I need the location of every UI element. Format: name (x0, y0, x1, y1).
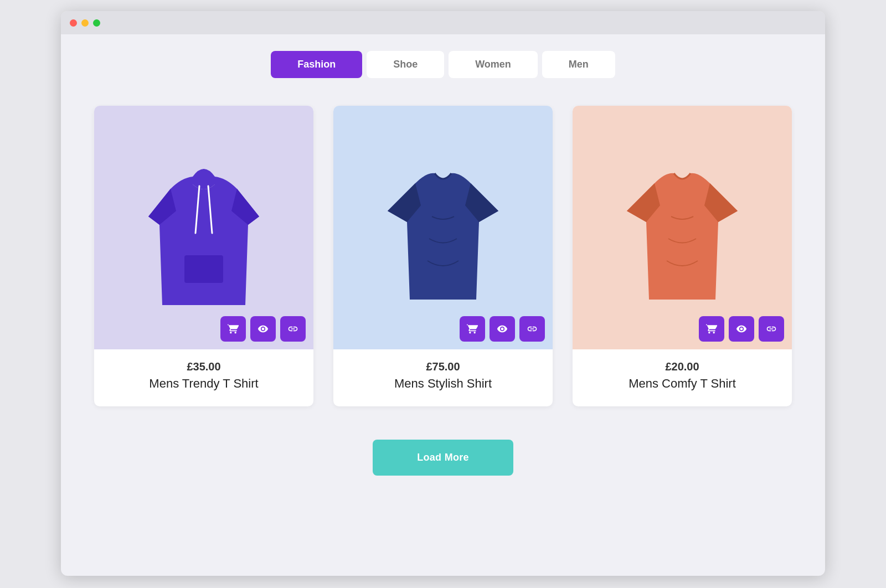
product-card: £75.00 Mens Stylish Shirt (333, 106, 553, 406)
main-content: Fashion Shoe Women Men (61, 34, 825, 509)
titlebar (61, 11, 825, 34)
category-tabs: Fashion Shoe Women Men (94, 51, 792, 78)
product-name: Mens Comfy T Shirt (586, 376, 779, 391)
product-actions (220, 316, 306, 342)
maximize-button[interactable] (93, 19, 100, 27)
product-image-bg (333, 106, 553, 349)
product-image-bg (94, 106, 313, 349)
quick-view-button[interactable] (490, 316, 515, 342)
minimize-button[interactable] (81, 19, 89, 27)
share-button[interactable] (519, 316, 545, 342)
product-image (137, 145, 270, 311)
product-price: £75.00 (347, 360, 539, 373)
product-actions (699, 316, 784, 342)
tab-men[interactable]: Men (542, 51, 615, 78)
load-more-button[interactable]: Load More (373, 440, 513, 476)
product-info: £20.00 Mens Comfy T Shirt (573, 349, 792, 406)
product-grid: £35.00 Mens Trendy T Shirt (94, 106, 792, 406)
product-image (377, 145, 509, 311)
app-window: Fashion Shoe Women Men (61, 11, 825, 576)
product-image-bg (573, 106, 792, 349)
tab-women[interactable]: Women (449, 51, 538, 78)
tab-shoe[interactable]: Shoe (367, 51, 444, 78)
close-button[interactable] (70, 19, 77, 27)
product-card: £35.00 Mens Trendy T Shirt (94, 106, 313, 406)
product-image (616, 145, 749, 311)
quick-view-button[interactable] (729, 316, 754, 342)
add-to-cart-button[interactable] (699, 316, 724, 342)
product-name: Mens Stylish Shirt (347, 376, 539, 391)
product-price: £20.00 (586, 360, 779, 373)
svg-rect-2 (184, 255, 223, 283)
quick-view-button[interactable] (250, 316, 276, 342)
add-to-cart-button[interactable] (220, 316, 246, 342)
product-price: £35.00 (107, 360, 300, 373)
product-info: £35.00 Mens Trendy T Shirt (94, 349, 313, 406)
product-actions (460, 316, 545, 342)
add-to-cart-button[interactable] (460, 316, 485, 342)
share-button[interactable] (759, 316, 784, 342)
product-info: £75.00 Mens Stylish Shirt (333, 349, 553, 406)
load-more-wrapper: Load More (94, 440, 792, 476)
product-name: Mens Trendy T Shirt (107, 376, 300, 391)
product-card: £20.00 Mens Comfy T Shirt (573, 106, 792, 406)
share-button[interactable] (280, 316, 306, 342)
tab-fashion[interactable]: Fashion (271, 51, 362, 78)
